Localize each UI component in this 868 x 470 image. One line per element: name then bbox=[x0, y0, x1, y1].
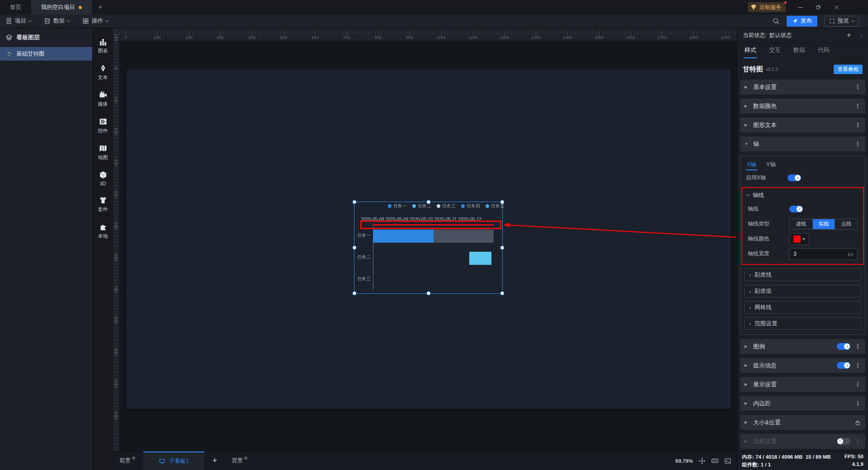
axis-line-group-header[interactable]: 轴线 bbox=[742, 189, 863, 202]
expand-states-icon[interactable]: › bbox=[860, 32, 863, 39]
section-基本设置[interactable]: ▶基本设置⋮ bbox=[740, 80, 865, 94]
rail-item-图表[interactable]: 图表 bbox=[98, 37, 108, 54]
chevron-right-icon: › bbox=[749, 304, 751, 311]
section-展示设置[interactable]: ▶展示设置⋮ bbox=[740, 377, 865, 392]
tab-代码[interactable]: 代码 bbox=[817, 43, 830, 58]
rail-item-3D[interactable]: 3D bbox=[99, 170, 108, 186]
section-menu-icon[interactable]: ⋮ bbox=[855, 381, 861, 388]
section-轴[interactable]: ▼轴⋮ bbox=[740, 136, 865, 151]
section-图形文本[interactable]: ▶图形文本⋮ bbox=[740, 118, 865, 132]
minimize-button[interactable] bbox=[791, 0, 809, 14]
section-图例[interactable]: ▶图例⋮ bbox=[740, 339, 865, 354]
section-menu-icon[interactable]: ⋮ bbox=[855, 103, 861, 109]
section-内边距[interactable]: ▶内边距⋮ bbox=[740, 396, 865, 411]
title-tab[interactable]: 首页 bbox=[0, 0, 31, 14]
axis-line-width-input[interactable]: 3 px bbox=[789, 248, 858, 260]
tab-数据[interactable]: 数据 bbox=[793, 43, 806, 58]
menu-项目[interactable]: 项目 bbox=[5, 17, 31, 25]
section-toggle[interactable] bbox=[837, 343, 850, 350]
rail-item-控件[interactable]: 控件 bbox=[98, 117, 108, 134]
title-tab[interactable]: 我的空白项目 bbox=[31, 0, 92, 14]
rail-item-本地[interactable]: 本地 bbox=[98, 222, 108, 240]
section-menu-icon[interactable]: ⋮ bbox=[855, 362, 861, 369]
axis-line-color-picker[interactable]: ▾ bbox=[789, 233, 809, 245]
line-type-实线[interactable]: 实线 bbox=[812, 219, 835, 229]
selection-handle[interactable] bbox=[500, 200, 505, 204]
selection-handle[interactable] bbox=[500, 246, 505, 250]
selection-handle[interactable] bbox=[353, 291, 357, 296]
section-menu-icon[interactable]: ⋮ bbox=[855, 141, 861, 147]
custom-service-badge[interactable]: 定制服务 bbox=[748, 2, 786, 12]
add-foreground-icon[interactable]: ⊕ bbox=[132, 456, 135, 461]
maximize-button[interactable] bbox=[809, 0, 827, 14]
selection-handle[interactable] bbox=[426, 291, 430, 296]
line-type-点线[interactable]: 点线 bbox=[835, 219, 857, 229]
add-board-button[interactable]: + bbox=[204, 456, 226, 465]
selection-handle[interactable] bbox=[353, 200, 357, 204]
legend-item[interactable]: 任务三 bbox=[437, 203, 456, 209]
section-menu-icon[interactable]: ⋮ bbox=[855, 84, 861, 90]
axis-line-toggle[interactable] bbox=[789, 206, 803, 212]
section-menu-icon[interactable]: ⋮ bbox=[855, 438, 861, 445]
selection-handle[interactable] bbox=[353, 246, 357, 250]
axis-group-刻度值[interactable]: ›刻度值 bbox=[744, 285, 861, 297]
gantt-row-label: 任务二 bbox=[357, 254, 371, 260]
rail-item-label: 套件 bbox=[98, 206, 108, 213]
layer-item[interactable]: 基础甘特图 bbox=[0, 47, 92, 61]
ruler-label: 500 bbox=[114, 218, 119, 233]
titlebar: 首页我的空白项目+ 定制服务 bbox=[0, 0, 868, 14]
cube-icon bbox=[99, 170, 108, 179]
line-type-虚线[interactable]: 虚线 bbox=[790, 219, 812, 229]
section-menu-icon[interactable]: ⋮ bbox=[855, 343, 861, 350]
tab-样式[interactable]: 样式 bbox=[744, 43, 757, 58]
tutorial-button[interactable]: 查看教程 bbox=[834, 65, 863, 74]
widget-version: v0.1.0 bbox=[766, 67, 778, 72]
rail-item-文本[interactable]: 文本 bbox=[98, 64, 108, 81]
menu-操作[interactable]: 操作 bbox=[82, 17, 108, 25]
tab-交互[interactable]: 交互 bbox=[768, 43, 782, 58]
rail-item-地图[interactable]: 地图 bbox=[98, 144, 108, 161]
legend-item[interactable]: 任务四 bbox=[461, 203, 480, 209]
section-menu-icon[interactable]: ⋮ bbox=[855, 400, 861, 407]
foreground-button[interactable]: 前景 ⊕ bbox=[113, 457, 142, 465]
fit-screen-icon[interactable] bbox=[698, 457, 706, 465]
enable-x-axis-toggle[interactable] bbox=[788, 174, 801, 181]
terminal-icon[interactable] bbox=[724, 457, 731, 465]
close-button[interactable] bbox=[827, 0, 845, 14]
axis-tab-X轴[interactable]: X轴 bbox=[746, 160, 757, 170]
gantt-bar[interactable] bbox=[373, 230, 434, 243]
publish-button[interactable]: 发布 bbox=[787, 16, 817, 27]
section-toggle[interactable] bbox=[837, 438, 850, 445]
foreground-label: 前景 bbox=[119, 457, 131, 465]
section-数据颜色[interactable]: ▶数据颜色⋮ bbox=[740, 99, 865, 113]
gantt-widget[interactable]: 任务一任务二任务三任务四任务五 2020-05-082020-05-092020… bbox=[354, 202, 503, 294]
menu-数据[interactable]: 数据 bbox=[44, 17, 70, 25]
add-background-icon[interactable]: ⊕ bbox=[244, 456, 247, 461]
gantt-bar[interactable] bbox=[434, 230, 494, 243]
axis-group-范围设置[interactable]: ›范围设置 bbox=[744, 317, 861, 330]
preview-button[interactable]: 预览 bbox=[824, 16, 859, 27]
section-menu-icon[interactable]: ⋮ bbox=[855, 122, 861, 128]
new-tab-button[interactable]: + bbox=[92, 0, 109, 14]
axis-line-row: 轴线 bbox=[742, 202, 863, 216]
board-tab[interactable]: 子看板1 bbox=[143, 451, 204, 470]
unsaved-dot bbox=[79, 6, 82, 9]
selection-handle[interactable] bbox=[426, 200, 430, 204]
rail-item-媒体[interactable]: 媒体 bbox=[98, 90, 108, 108]
search-icon[interactable] bbox=[772, 17, 780, 25]
gantt-bar[interactable] bbox=[469, 252, 491, 265]
rail-item-套件[interactable]: 套件 bbox=[98, 196, 108, 213]
section-边框设置[interactable]: ▶边框设置⋮ bbox=[740, 434, 865, 449]
canvas[interactable]: 0100200300400500600700800900100011001200… bbox=[113, 28, 737, 470]
section-提示信息[interactable]: ▶提示信息⋮ bbox=[740, 358, 865, 373]
selection-handle[interactable] bbox=[500, 291, 505, 296]
axis-tab-Y轴[interactable]: Y轴 bbox=[765, 160, 777, 170]
background-button[interactable]: 背景 ⊕ bbox=[225, 457, 254, 465]
section-大小&位置[interactable]: ▶大小&位置 bbox=[740, 415, 865, 430]
legend-item[interactable]: 任务一 bbox=[388, 203, 407, 209]
add-state-button[interactable]: + bbox=[847, 31, 851, 39]
axis-group-网格线[interactable]: ›网格线 bbox=[744, 301, 861, 314]
axis-group-刻度线[interactable]: ›刻度线 bbox=[744, 268, 861, 281]
section-toggle[interactable] bbox=[837, 362, 850, 369]
keyboard-shortcuts-icon[interactable] bbox=[711, 457, 719, 465]
